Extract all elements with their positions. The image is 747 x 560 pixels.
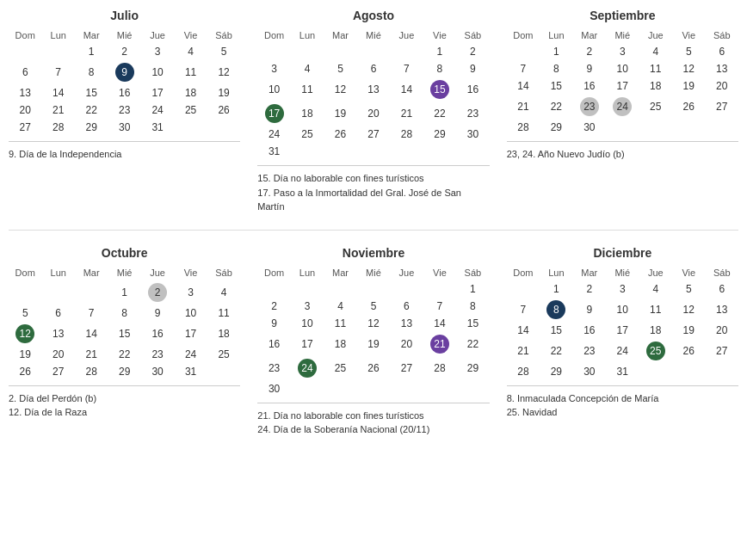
calendar-cell: 5	[672, 280, 705, 298]
calendar-cell: 10	[257, 77, 290, 102]
calendar-cell: 5	[357, 298, 390, 315]
calendar-cell	[390, 280, 423, 298]
calendar-cell: 10	[174, 305, 207, 322]
day-header: Jue	[390, 28, 423, 43]
calendar-cell: 2	[573, 280, 606, 298]
calendar-cell: 17	[141, 84, 174, 102]
calendar-cell	[390, 143, 423, 160]
calendar-cell: 27	[705, 95, 738, 119]
calendar-cell: 13	[390, 315, 423, 332]
calendar-cell: 14	[507, 77, 540, 95]
calendar-cell: 15	[108, 322, 140, 346]
calendar-cell: 3	[606, 43, 639, 60]
day-header: Vie	[672, 265, 705, 280]
note-item: 12. Día de la Raza	[9, 405, 240, 420]
calendar-cell: 28	[390, 126, 423, 143]
day-header: Mar	[573, 28, 606, 43]
calendar-cell: 19	[357, 332, 390, 356]
month-octubre: OctubreDomLunMarMiéJueVieSáb123456789101…	[9, 246, 240, 437]
notes-noviembre: 21. Día no laborable con fines turístico…	[257, 409, 489, 437]
calendar-cell: 18	[174, 84, 207, 102]
calendar-cell: 7	[75, 305, 108, 322]
note-item: 23, 24. Año Nuevo Judío (b)	[507, 147, 738, 162]
calendar-cell: 6	[705, 43, 738, 60]
calendar-cell: 11	[207, 305, 241, 322]
calendar-cell	[9, 43, 41, 60]
calendar-cell	[291, 43, 324, 60]
calendar-cell	[9, 280, 41, 305]
calendar-cell: 14	[390, 77, 423, 102]
day-header: Vie	[423, 28, 456, 43]
calendar-cell	[507, 43, 540, 60]
calendar-cell: 6	[705, 280, 738, 298]
calendar-cell: 26	[672, 95, 705, 119]
calendar-cell: 25	[639, 95, 672, 119]
calendar-cell: 11	[324, 315, 356, 332]
calendar-cell	[257, 280, 290, 298]
separator	[257, 165, 489, 166]
day-header: Mié	[108, 265, 140, 280]
calendar-cell: 17	[174, 322, 207, 346]
day-header: Jue	[141, 265, 174, 280]
note-item: 9. Día de la Independencia	[9, 147, 240, 162]
calendar-cell: 6	[9, 60, 41, 84]
calendar-cell: 20	[357, 102, 390, 126]
calendar-cell: 17	[606, 77, 639, 95]
calendar-cell: 9	[257, 315, 290, 332]
calendar-cell: 2	[573, 43, 606, 60]
month-diciembre: DiciembreDomLunMarMiéJueVieSáb1234567891…	[507, 246, 738, 437]
calendar-cell: 28	[423, 356, 456, 380]
day-header: Mar	[324, 265, 356, 280]
calendar-cell: 4	[207, 280, 241, 305]
day-header: Jue	[390, 265, 423, 280]
calendar-cell: 20	[705, 322, 738, 339]
calendar-cell	[606, 119, 639, 136]
calendar-cell: 22	[423, 102, 456, 126]
calendar-cell: 31	[141, 119, 174, 136]
day-header: Dom	[9, 28, 41, 43]
calendar-cell: 10	[606, 60, 639, 77]
calendar-cell: 1	[456, 280, 490, 298]
day-header: Dom	[507, 28, 540, 43]
calendar-cell	[705, 363, 738, 380]
calendar-cell: 24	[606, 339, 639, 363]
day-header: Mar	[573, 265, 606, 280]
calendar-cell: 30	[141, 363, 174, 380]
calendar-cell: 7	[423, 298, 456, 315]
notes-julio: 9. Día de la Independencia	[9, 147, 240, 162]
calendar-cell: 22	[540, 339, 572, 363]
calendar-cell: 15	[540, 77, 572, 95]
calendar-cell	[75, 280, 108, 305]
calendar-cell: 20	[41, 346, 74, 363]
calendar-cell: 22	[75, 102, 108, 119]
calendar-cell: 21	[507, 339, 540, 363]
calendar-cell: 23	[141, 346, 174, 363]
day-header: Mié	[606, 265, 639, 280]
calendar-cell: 28	[507, 119, 540, 136]
calendar-cell: 11	[639, 60, 672, 77]
month-title-julio: Julio	[9, 9, 240, 22]
calendar-cell: 16	[141, 322, 174, 346]
day-header: Vie	[174, 265, 207, 280]
calendar-cell: 23	[573, 95, 606, 119]
calendar-cell: 23	[257, 356, 290, 380]
calendar-cell: 15	[423, 77, 456, 102]
calendar-cell: 12	[357, 315, 390, 332]
month-julio: JulioDomLunMarMiéJueVieSáb12345678910111…	[9, 9, 240, 214]
calendar-cell: 30	[573, 363, 606, 380]
calendar-cell: 12	[672, 60, 705, 77]
calendar-cell: 13	[357, 77, 390, 102]
calendar-cell: 19	[324, 102, 356, 126]
calendar-cell: 6	[357, 60, 390, 77]
calendar-cell	[507, 280, 540, 298]
calendar-cell: 7	[507, 298, 540, 322]
calendar-cell: 21	[507, 95, 540, 119]
calendar-cell	[357, 380, 390, 397]
separator	[9, 385, 240, 386]
calendar-cell: 7	[41, 60, 74, 84]
calendar-cell: 21	[423, 332, 456, 356]
calendar-cell: 24	[141, 102, 174, 119]
calendar-cell: 16	[573, 322, 606, 339]
note-item: 17. Paso a la Inmortalidad del Gral. Jos…	[257, 186, 489, 214]
day-header: Sáb	[207, 265, 241, 280]
